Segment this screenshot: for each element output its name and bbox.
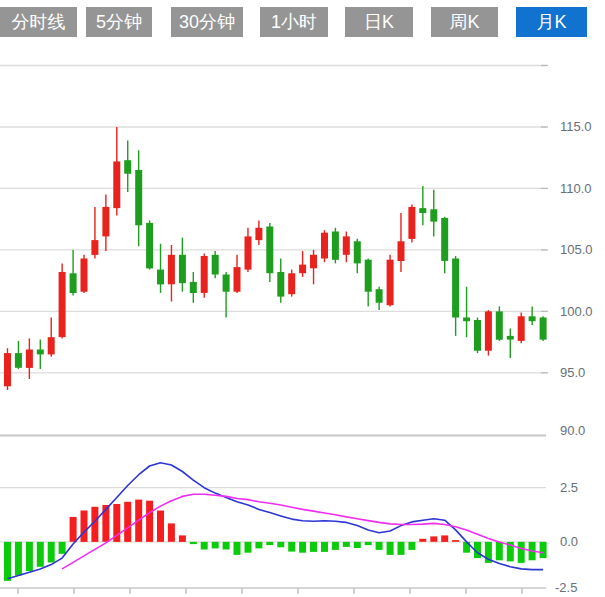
macd-hist-bar xyxy=(179,535,186,542)
macd-hist-bar xyxy=(15,542,22,576)
macd-hist-bar xyxy=(26,542,33,571)
macd-hist-bar xyxy=(124,502,131,542)
candle-body xyxy=(59,272,66,337)
candle-body xyxy=(81,259,88,292)
candle-body xyxy=(507,336,514,340)
candle-body xyxy=(212,255,219,275)
macd-hist-bar xyxy=(234,542,241,555)
timeframe-tabs: 分时线5分钟30分钟1小时日K周K月K xyxy=(0,7,587,37)
macd-hist-bar xyxy=(190,542,197,544)
price-axis-label: 90.0 xyxy=(560,423,585,438)
macd-hist-bar xyxy=(266,542,273,545)
candle-body xyxy=(398,241,405,261)
macd-hist-bar xyxy=(37,542,44,567)
candle-body xyxy=(15,353,22,368)
macd-hist-bar xyxy=(430,536,437,541)
candle-body xyxy=(124,160,131,174)
tab-timeframe-4[interactable]: 日K xyxy=(345,7,413,37)
macd-hist-bar xyxy=(452,540,459,542)
macd-hist-bar xyxy=(321,542,328,552)
macd-hist-bar xyxy=(354,542,361,548)
macd-hist-bar xyxy=(387,542,394,555)
macd-hist-bar xyxy=(59,542,66,554)
candle-body xyxy=(102,207,109,237)
candle-body xyxy=(299,265,306,274)
macd-hist-bar xyxy=(201,542,208,550)
candle-body xyxy=(321,233,328,259)
candle-body xyxy=(277,272,284,297)
candle-body xyxy=(310,255,317,268)
candle-body xyxy=(452,259,459,318)
candle-body xyxy=(529,316,536,321)
candle-body xyxy=(518,316,525,341)
candle-body xyxy=(245,236,252,269)
candle-body xyxy=(113,161,120,208)
candle-body xyxy=(288,273,295,294)
macd-hist-bar xyxy=(81,511,88,542)
tab-timeframe-1[interactable]: 5分钟 xyxy=(86,7,152,37)
macd-hist-bar xyxy=(4,542,11,581)
candle-body xyxy=(190,282,197,293)
stock-chart-app: 115.0110.0105.0100.095.090.02.50.0-2.5 分… xyxy=(0,0,605,597)
candle-body xyxy=(485,311,492,350)
macd-hist-bar xyxy=(223,542,230,550)
macd-axis-label: 0.0 xyxy=(560,534,578,549)
price-axis-label: 95.0 xyxy=(560,365,585,380)
macd-hist-bar xyxy=(157,511,164,542)
candle-body xyxy=(234,267,241,292)
candle-body xyxy=(26,350,33,368)
candle-body xyxy=(37,350,44,355)
candle-body xyxy=(441,218,448,261)
candle-body xyxy=(496,311,503,339)
candle-body xyxy=(135,170,142,225)
macd-hist-bar xyxy=(518,542,525,563)
tab-timeframe-2[interactable]: 30分钟 xyxy=(171,7,243,37)
macd-hist-bar xyxy=(408,542,415,550)
macd-hist-bar xyxy=(48,542,55,563)
macd-hist-bar xyxy=(376,542,383,550)
price-axis-label: 110.0 xyxy=(560,181,592,196)
candle-body xyxy=(255,228,262,240)
tab-timeframe-0[interactable]: 分时线 xyxy=(0,7,77,37)
candle-body xyxy=(179,255,186,283)
dif-line xyxy=(8,463,544,579)
candle-body xyxy=(354,241,361,263)
macd-hist-bar xyxy=(365,542,372,545)
macd-hist-bar xyxy=(277,542,284,547)
macd-axis-label: -2.5 xyxy=(555,580,577,595)
macd-hist-bar xyxy=(212,542,219,549)
candle-body xyxy=(4,353,11,386)
price-axis-label: 105.0 xyxy=(560,242,593,257)
macd-hist-bar xyxy=(441,535,448,542)
candle-body xyxy=(157,270,164,285)
price-axis-label: 115.0 xyxy=(560,119,592,134)
candle-body xyxy=(376,289,383,303)
macd-hist-bar xyxy=(419,539,426,542)
candle-body xyxy=(201,256,208,293)
candle-body xyxy=(430,209,437,221)
candle-body xyxy=(343,236,350,254)
macd-axis-label: 2.5 xyxy=(560,480,578,495)
tab-timeframe-6[interactable]: 月K xyxy=(516,7,587,37)
dea-line xyxy=(62,494,543,569)
macd-hist-bar xyxy=(146,501,153,542)
candle-body xyxy=(419,208,426,213)
macd-hist-bar xyxy=(540,542,547,558)
candle-body xyxy=(91,240,98,255)
macd-hist-bar xyxy=(398,542,405,555)
macd-hist-bar xyxy=(343,542,350,547)
price-axis-label: 100.0 xyxy=(560,304,593,319)
macd-hist-bar xyxy=(288,542,295,552)
tab-timeframe-5[interactable]: 周K xyxy=(431,7,498,37)
candle-body xyxy=(168,255,175,284)
macd-hist-bar xyxy=(496,542,503,560)
candle-body xyxy=(540,318,547,340)
candle-body xyxy=(387,260,394,306)
macd-hist-bar xyxy=(332,542,339,550)
tab-timeframe-3[interactable]: 1小时 xyxy=(260,7,328,37)
candle-body xyxy=(266,227,273,274)
candle-body xyxy=(463,318,470,322)
candle-body xyxy=(332,232,339,260)
candle-body xyxy=(365,260,372,292)
candle-body xyxy=(146,223,153,269)
